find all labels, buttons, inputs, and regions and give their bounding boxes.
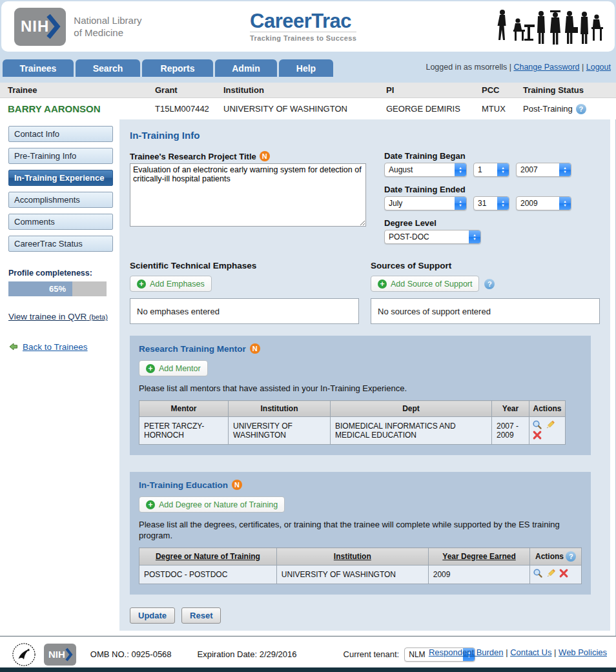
edit-icon[interactable]: [545, 420, 555, 430]
col-year: Year: [492, 401, 529, 417]
ended-year-select[interactable]: 2009: [516, 196, 571, 210]
plus-icon: +: [137, 280, 146, 289]
col-header-pcc: PCC: [474, 83, 515, 97]
web-policies-link[interactable]: Web Policies: [559, 647, 607, 657]
respondent-burden-link[interactable]: Respondent Burden: [429, 647, 504, 657]
col-mentor: Mentor: [139, 401, 229, 417]
trainee-summary-bar: Trainee Grant Institution PI PCC Trainin…: [0, 83, 616, 121]
tab-admin[interactable]: Admin: [215, 59, 277, 77]
delete-icon[interactable]: [532, 430, 542, 440]
select-stepper-icon: [455, 196, 466, 210]
mentor-heading: Research Training Mentor: [139, 344, 246, 354]
sidebar: Contact Info Pre-Training Info In-Traini…: [0, 119, 119, 352]
select-stepper-icon: [559, 196, 571, 210]
col-year-earned: Year Degree Earned: [428, 548, 530, 565]
project-title-label: Trainee's Research Project Title: [130, 152, 256, 161]
select-stepper-icon: [469, 230, 480, 244]
education-degree-cell: POSTDOC - POSTDOC: [139, 565, 277, 584]
date-began-label: Date Training Began: [384, 151, 466, 161]
education-table-row: POSTDOC - POSTDOC UNIVERSITY OF WASHINGT…: [139, 565, 582, 584]
add-mentor-button[interactable]: + Add Mentor: [139, 360, 208, 376]
sidebar-item-in-training-experience[interactable]: In-Training Experience: [8, 170, 113, 186]
ended-month-select[interactable]: July: [384, 196, 467, 210]
logged-in-text: Logged in as msorrells: [426, 63, 507, 72]
people-silhouettes-icon: [496, 8, 604, 46]
edit-icon[interactable]: [546, 568, 556, 578]
mentor-actions-cell: [529, 417, 566, 445]
change-password-link[interactable]: Change Password: [513, 63, 579, 72]
tab-reports[interactable]: Reports: [142, 59, 213, 77]
add-emphases-button[interactable]: + Add Emphases: [130, 276, 212, 292]
mentor-dept-cell: BIOMEDICAL INFORMATICS AND MEDICAL EDUCA…: [331, 417, 492, 445]
nih-chevron-icon: [46, 12, 61, 41]
contact-us-link[interactable]: Contact Us: [510, 647, 551, 657]
update-button[interactable]: Update: [130, 607, 175, 624]
page-footer: NIH OMB NO.: 0925-0568 Expiration Date: …: [0, 636, 616, 672]
sidebar-item-pre-training-info[interactable]: Pre-Training Info: [8, 148, 113, 164]
support-help-icon[interactable]: ?: [484, 279, 495, 289]
app-title: CareerTrac: [250, 12, 356, 31]
org-name: National Library of Medicine: [74, 14, 141, 39]
education-panel: In-Training Education N + Add Degree or …: [130, 472, 591, 595]
new-indicator-icon: N: [260, 151, 270, 161]
ended-day-select[interactable]: 31: [473, 196, 509, 210]
began-day-select[interactable]: 1: [473, 163, 509, 177]
nih-logo-text: NIH: [21, 17, 49, 36]
add-source-of-support-button[interactable]: + Add Source of Support: [371, 276, 479, 292]
trainee-summary-row: BARRY AARONSON T15LM007442 UNIVERSITY OF…: [0, 98, 616, 120]
nih-footer-logo: NIH: [44, 644, 76, 666]
expiration-date: Expiration Date: 2/29/2016: [198, 649, 297, 659]
education-table-header-row: Degree or Nature of Training Institution…: [139, 548, 582, 565]
view-icon[interactable]: [532, 420, 542, 430]
education-heading: In-Training Education: [139, 480, 228, 490]
page-title: In-Training Info: [130, 130, 600, 141]
education-description: Please list all the degrees, certificate…: [139, 519, 582, 541]
degree-level-select[interactable]: POST-DOC: [384, 230, 481, 244]
logout-link[interactable]: Logout: [586, 63, 611, 72]
training-status-help-icon[interactable]: ?: [576, 104, 586, 114]
sidebar-item-comments[interactable]: Comments: [8, 214, 113, 230]
qvr-link[interactable]: View trainee in QVR (beta): [8, 312, 108, 321]
app-logo: CareerTrac Tracking Trainees to Success: [250, 12, 356, 42]
profile-completeness-label: Profile completeness:: [8, 269, 113, 278]
col-header-trainee: Trainee: [0, 83, 147, 97]
mentor-year-cell: 2007 - 2009: [492, 417, 529, 445]
login-status: Logged in as msorrellsChange PasswordLog…: [426, 63, 611, 72]
nih-chevron-icon: [65, 647, 73, 662]
trainee-name: BARRY AARONSON: [8, 103, 101, 114]
reset-button[interactable]: Reset: [181, 607, 221, 624]
emphases-heading: Scientific Technical Emphases: [130, 261, 359, 270]
emphases-empty-box: No emphases entered: [130, 298, 359, 324]
tab-help[interactable]: Help: [279, 59, 333, 77]
hhs-logo-icon: [12, 642, 36, 667]
education-actions-cell: [530, 565, 582, 584]
began-year-select[interactable]: 2007: [516, 163, 571, 177]
view-icon[interactable]: [533, 568, 543, 578]
tab-trainees[interactable]: Trainees: [3, 59, 74, 77]
delete-icon[interactable]: [559, 568, 569, 578]
began-month-select[interactable]: August: [384, 163, 467, 177]
sidebar-item-accomplishments[interactable]: Accomplishments: [8, 192, 113, 208]
support-heading: Sources of Support: [371, 261, 600, 270]
trainee-pcc: MTUX: [474, 98, 515, 120]
tab-search[interactable]: Search: [76, 59, 140, 77]
col-header-institution: Institution: [216, 83, 378, 97]
omb-number: OMB NO.: 0925-0568: [90, 649, 172, 659]
sidebar-item-careertrac-status[interactable]: CareerTrac Status: [8, 236, 113, 252]
profile-completeness-bar: 65%: [8, 281, 107, 296]
col-degree: Degree or Nature of Training: [139, 548, 277, 565]
app-tagline: Tracking Trainees to Success: [250, 32, 356, 42]
select-stepper-icon: [497, 163, 509, 177]
profile-completeness-value: 65%: [8, 281, 107, 296]
project-title-input[interactable]: Evaluation of an electronic early warnin…: [130, 163, 366, 227]
mentor-table-header-row: Mentor Institution Dept Year Actions: [139, 401, 566, 417]
actions-help-icon[interactable]: ?: [566, 551, 576, 562]
sidebar-item-contact-info[interactable]: Contact Info: [8, 126, 113, 142]
back-arrow-icon: [8, 341, 19, 352]
education-table: Degree or Nature of Training Institution…: [139, 547, 582, 584]
plus-icon: +: [146, 364, 155, 373]
degree-level-label: Degree Level: [384, 218, 436, 228]
add-degree-button[interactable]: + Add Degree or Nature of Training: [139, 496, 285, 513]
back-to-trainees-link[interactable]: Back to Trainees: [23, 342, 88, 352]
trainee-pi: GEORGE DEMIRIS: [378, 98, 474, 120]
